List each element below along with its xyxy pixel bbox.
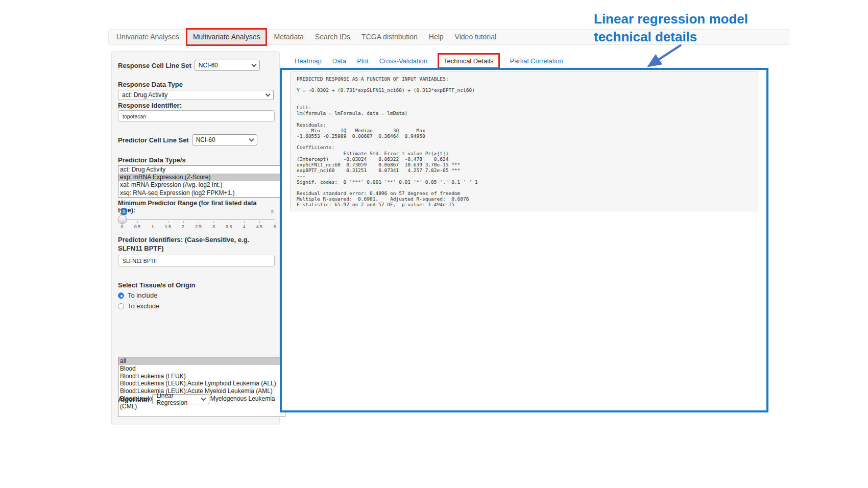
chevron-down-icon — [201, 396, 206, 401]
slider-tick-label: 5 — [273, 224, 276, 229]
slider-tick-label: 4.5 — [256, 224, 263, 229]
data-type-option[interactable]: act: Drug Activity — [118, 166, 285, 174]
radio-unselected-icon — [118, 303, 124, 309]
predictor-cell-line-set-value: NCI-60 — [196, 136, 215, 143]
technical-details-panel: PREDICTED RESPONSE AS A FUNCTION OF INPU… — [280, 68, 768, 412]
slider-tick-label: 2.5 — [195, 224, 202, 229]
slider-tick-label: 2 — [182, 224, 184, 229]
slider-tick-label: 0 — [120, 224, 123, 229]
min-predictor-range-label: Minimum Predictor Range (for first liste… — [118, 200, 274, 214]
nav-tcga-distribution[interactable]: TCGA distribution — [356, 30, 423, 44]
nav-metadata[interactable]: Metadata — [268, 30, 309, 44]
algorithm-label: Algorithm — [118, 396, 149, 403]
radio-selected-icon — [118, 292, 124, 299]
nav-video-tutorial[interactable]: Video tutorial — [449, 30, 502, 44]
slider-tick-label: 3.5 — [226, 224, 232, 229]
tissue-origin-label: Select Tissue/s of Origin — [118, 281, 274, 289]
predictor-identifiers-label: Predictor Identifiers: (Case-Sensitive, … — [118, 235, 274, 253]
min-predictor-range-slider[interactable] — [122, 219, 275, 220]
annotation-line-1: Linear regression model — [594, 10, 808, 28]
control-sidebar: Response Cell Line Set NCI-60 Response D… — [111, 51, 280, 425]
data-type-option[interactable]: xsq: RNA-seq Expression (log2 FPKM+1.) — [118, 189, 285, 197]
chevron-down-icon — [266, 92, 271, 97]
annotation-line-2: technical details — [594, 28, 808, 46]
predictor-data-types-listbox: act: Drug Activity exp: mRNA Expression … — [118, 165, 285, 198]
response-identifier-label: Response Identifier: — [118, 102, 274, 109]
tab-plot[interactable]: Plot — [357, 57, 368, 65]
annotation-callout: Linear regression model technical detail… — [594, 10, 808, 46]
algorithm-value: Linear Regression — [156, 392, 202, 406]
tab-technical-details[interactable]: Technical Details — [438, 53, 500, 69]
slider-tick-label: 4 — [243, 224, 246, 229]
slider-value-badge: 0 — [121, 208, 127, 215]
chevron-down-icon — [251, 62, 256, 67]
radio-to-exclude-label: To exclude — [128, 302, 159, 310]
radio-to-include-label: To include — [128, 291, 158, 299]
response-cell-line-set-label: Response Cell Line Set — [118, 62, 191, 69]
tissue-option-selected[interactable]: all — [118, 357, 285, 365]
predictor-cell-line-set-select[interactable]: NCI-60 — [192, 134, 257, 145]
slider-ticks: 0 0.5 1 1.5 2 2.5 3 3.5 4 4.5 5 — [122, 221, 275, 229]
response-cell-line-set-row: Response Cell Line Set NCI-60 — [118, 60, 274, 71]
slider-tick-label: 0.5 — [134, 224, 141, 229]
slider-tick-label: 1 — [151, 224, 154, 229]
predictor-data-types-label: Predictor Data Type/s — [118, 156, 274, 164]
tissue-option[interactable]: Blood:Leukemia (LEUK) — [118, 373, 285, 380]
tab-heatmap[interactable]: Heatmap — [295, 57, 322, 65]
response-data-type-value: act: Drug Activity — [122, 91, 167, 99]
nav-univariate-analyses[interactable]: Univariate Analyses — [111, 30, 185, 44]
tissue-origin-listbox: all Blood Blood:Leukemia (LEUK) Blood:Le… — [118, 357, 285, 417]
response-identifier-input[interactable] — [118, 110, 275, 122]
predictor-cell-line-set-label: Predictor Cell Line Set — [118, 136, 189, 144]
tab-partial-correlation[interactable]: Partial Correlation — [510, 57, 563, 65]
radio-to-include[interactable]: To include — [118, 291, 274, 299]
tissue-option[interactable]: Blood:Leukemia (LEUK):Acute Lymphoid Leu… — [118, 380, 285, 387]
response-cell-line-set-value: NCI-60 — [199, 62, 218, 69]
nav-multivariate-analyses[interactable]: Multivariate Analyses — [186, 28, 268, 46]
response-cell-line-set-select[interactable]: NCI-60 — [195, 60, 260, 71]
chevron-down-icon — [249, 137, 254, 142]
predictor-identifiers-input[interactable] — [118, 255, 275, 266]
annotation-arrow-icon — [642, 43, 685, 69]
slider-max-label: 5 — [271, 209, 274, 214]
slider-tick-label: 3 — [212, 224, 215, 229]
predictor-cell-line-set-row: Predictor Cell Line Set NCI-60 — [118, 134, 274, 145]
radio-to-exclude[interactable]: To exclude — [118, 302, 274, 310]
response-data-type-label: Response Data Type — [118, 81, 274, 88]
data-type-option[interactable]: xai: mRNA Expression (Avg. log2 Int.) — [118, 181, 285, 189]
regression-output: PREDICTED RESPONSE AS A FUNCTION OF INPU… — [290, 71, 758, 211]
results-tabs: Heatmap Data Plot Cross-Validation Techn… — [295, 54, 563, 68]
algorithm-select[interactable]: Linear Regression — [152, 394, 209, 404]
algorithm-row: Algorithm Linear Regression — [118, 394, 274, 404]
tab-cross-validation[interactable]: Cross-Validation — [379, 57, 427, 65]
nav-search-ids[interactable]: Search IDs — [309, 30, 356, 44]
data-type-option-selected[interactable]: exp: mRNA Expression (Z-Score) — [118, 174, 285, 181]
tab-data[interactable]: Data — [332, 57, 346, 65]
response-data-type-select[interactable]: act: Drug Activity — [118, 90, 274, 100]
slider-tick-label: 1.5 — [164, 224, 171, 229]
tissue-option[interactable]: Blood — [118, 365, 285, 373]
nav-help[interactable]: Help — [423, 30, 449, 44]
